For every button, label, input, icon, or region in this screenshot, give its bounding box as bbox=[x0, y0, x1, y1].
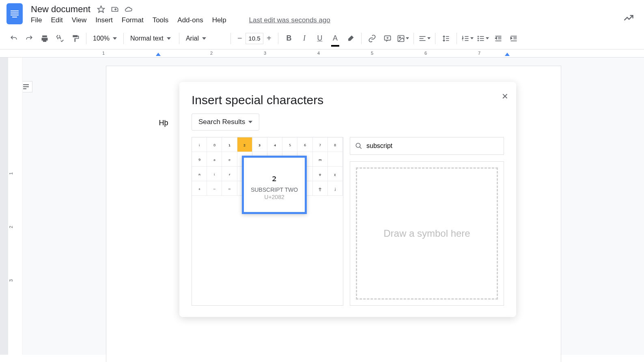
highlight-button[interactable] bbox=[343, 31, 358, 46]
svg-point-16 bbox=[478, 36, 478, 37]
style-select[interactable]: Normal text bbox=[127, 35, 176, 42]
draw-symbol-panel: Draw a symbol here bbox=[350, 161, 504, 306]
line-spacing-button[interactable] bbox=[439, 31, 453, 46]
cloud-icon[interactable] bbox=[125, 5, 133, 13]
vertical-ruler: 1 2 3 bbox=[8, 58, 23, 355]
increase-font-button[interactable]: + bbox=[263, 33, 275, 44]
decrease-font-button[interactable]: − bbox=[234, 33, 246, 44]
search-icon bbox=[355, 142, 362, 150]
underline-button[interactable]: U bbox=[312, 31, 327, 46]
print-button[interactable] bbox=[37, 31, 52, 46]
category-dropdown[interactable]: Search Results bbox=[192, 114, 259, 131]
image-button[interactable] bbox=[396, 31, 410, 46]
menu-addons[interactable]: Add-ons bbox=[177, 16, 203, 24]
svg-point-30 bbox=[356, 143, 360, 148]
character-cell[interactable]: ₙ bbox=[192, 167, 207, 181]
font-select[interactable]: Arial bbox=[183, 35, 227, 42]
character-cell[interactable]: ₂ bbox=[237, 137, 252, 152]
character-cell[interactable]: ₅ bbox=[282, 137, 297, 152]
character-cell[interactable]: ⨦ bbox=[313, 181, 328, 196]
explore-icon[interactable] bbox=[623, 12, 634, 24]
character-cell[interactable]: ₈ bbox=[328, 137, 343, 152]
menu-tools[interactable]: Tools bbox=[153, 16, 169, 24]
draw-symbol-canvas[interactable]: Draw a symbol here bbox=[356, 167, 498, 300]
character-cell[interactable]: ᵢ bbox=[192, 137, 207, 152]
paint-format-button[interactable] bbox=[68, 31, 83, 46]
character-cell[interactable]: ₊ bbox=[192, 181, 207, 196]
character-cell[interactable]: ᵢ bbox=[207, 167, 222, 181]
tooltip-code: U+2082 bbox=[264, 194, 284, 200]
character-cell[interactable]: ₀ bbox=[207, 137, 222, 152]
svg-marker-0 bbox=[97, 6, 104, 13]
bullet-list-button[interactable] bbox=[476, 31, 490, 46]
search-input[interactable] bbox=[366, 142, 499, 150]
star-icon[interactable] bbox=[97, 5, 105, 13]
character-cell[interactable]: ₃ bbox=[252, 137, 267, 152]
character-cell[interactable]: ᵩ bbox=[313, 167, 328, 181]
left-indent-marker[interactable] bbox=[156, 53, 161, 56]
character-cell[interactable]: ᵣ bbox=[222, 167, 237, 181]
svg-point-3 bbox=[399, 36, 401, 38]
comment-button[interactable] bbox=[380, 31, 395, 46]
redo-button[interactable] bbox=[22, 31, 37, 46]
character-cell[interactable]: ₁ bbox=[222, 137, 237, 152]
character-cell[interactable]: ⱼ bbox=[328, 181, 343, 196]
menu-file[interactable]: File bbox=[31, 16, 42, 24]
toolbar: 100% Normal text Arial − + B I U A bbox=[0, 28, 644, 49]
app-header: New document File Edit View Insert Forma… bbox=[0, 0, 644, 24]
svg-point-18 bbox=[478, 40, 478, 41]
move-icon[interactable] bbox=[111, 5, 119, 13]
numbered-list-button[interactable] bbox=[460, 31, 475, 46]
font-size-input[interactable] bbox=[246, 33, 263, 44]
document-content: Hþ bbox=[159, 119, 168, 127]
increase-indent-button[interactable] bbox=[506, 31, 521, 46]
character-cell[interactable]: ₆ bbox=[297, 137, 312, 152]
tooltip-character: ₂ bbox=[272, 170, 277, 184]
character-cell[interactable] bbox=[328, 152, 343, 167]
italic-button[interactable]: I bbox=[297, 31, 312, 46]
spellcheck-button[interactable] bbox=[53, 31, 67, 46]
character-cell[interactable]: ᵪ bbox=[328, 167, 343, 181]
bold-button[interactable]: B bbox=[282, 31, 296, 46]
align-button[interactable] bbox=[417, 31, 432, 46]
tooltip-name: SUBSCRIPT TWO bbox=[251, 186, 298, 193]
character-cell[interactable]: ₉ bbox=[192, 152, 207, 167]
character-cell[interactable]: ₐ bbox=[207, 152, 222, 167]
undo-button[interactable] bbox=[6, 31, 21, 46]
docs-logo[interactable] bbox=[6, 3, 23, 24]
menu-bar: File Edit View Insert Format Tools Add-o… bbox=[31, 16, 638, 24]
text-color-button[interactable]: A bbox=[328, 31, 342, 46]
character-cell[interactable]: ₑ bbox=[222, 152, 237, 167]
character-cell[interactable]: ₌ bbox=[222, 181, 237, 196]
menu-help[interactable]: Help bbox=[212, 16, 226, 24]
dialog-close-button[interactable]: × bbox=[502, 90, 508, 103]
character-cell[interactable]: ₇ bbox=[313, 137, 328, 152]
dialog-title: Insert special characters bbox=[192, 93, 504, 107]
decrease-indent-button[interactable] bbox=[491, 31, 506, 46]
zoom-select[interactable]: 100% bbox=[90, 35, 120, 42]
menu-view[interactable]: View bbox=[72, 16, 87, 24]
horizontal-ruler: 1 2 3 4 5 6 7 bbox=[0, 49, 644, 58]
svg-point-17 bbox=[478, 38, 478, 39]
link-button[interactable] bbox=[365, 31, 379, 46]
search-box bbox=[350, 137, 504, 155]
character-tooltip: ₂ SUBSCRIPT TWO U+2082 bbox=[242, 156, 307, 214]
character-cell[interactable]: ₋ bbox=[207, 181, 222, 196]
last-edit-link[interactable]: Last edit was seconds ago bbox=[249, 16, 330, 24]
menu-insert[interactable]: Insert bbox=[95, 16, 113, 24]
menu-edit[interactable]: Edit bbox=[51, 16, 62, 24]
document-title[interactable]: New document bbox=[31, 4, 90, 15]
svg-line-31 bbox=[360, 147, 362, 149]
right-indent-marker[interactable] bbox=[505, 53, 510, 56]
menu-format[interactable]: Format bbox=[122, 16, 144, 24]
character-cell[interactable]: ₘ bbox=[313, 152, 328, 167]
character-cell[interactable]: ₄ bbox=[267, 137, 282, 152]
special-characters-dialog: × Insert special characters Search Resul… bbox=[179, 82, 516, 317]
